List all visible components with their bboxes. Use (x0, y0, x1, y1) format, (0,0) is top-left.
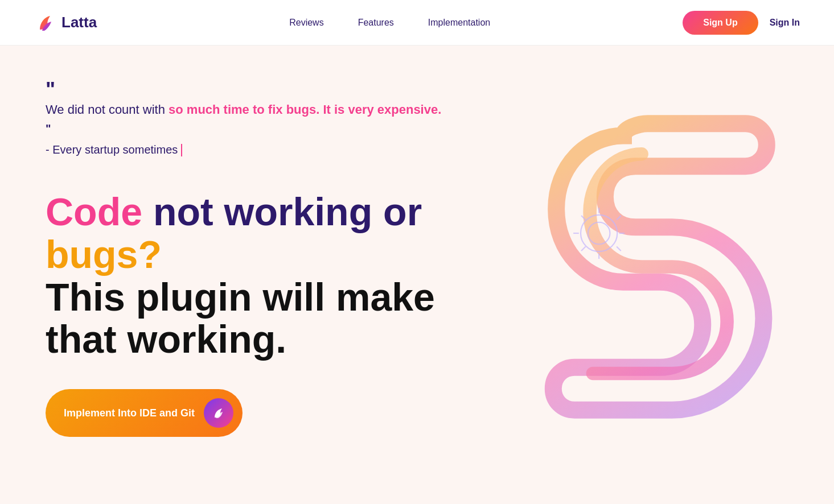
nav-reviews[interactable]: Reviews (289, 18, 323, 28)
quote-text: We did not count with so much time to fi… (46, 100, 444, 138)
logo-text: Latta (61, 14, 97, 31)
attribution-text: - Every startup sometimes (46, 143, 178, 156)
svg-point-0 (581, 215, 617, 251)
headline: Code not working or bugs? This plugin wi… (46, 191, 444, 361)
hero-section: " We did not count with so much time to … (0, 46, 834, 504)
nav-features[interactable]: Features (358, 18, 394, 28)
cta-button-label: Implement Into IDE and Git (64, 407, 195, 419)
hero-bg-illustration (453, 63, 834, 489)
signin-button[interactable]: Sign In (770, 18, 800, 28)
nav-implementation[interactable]: Implementation (428, 18, 490, 28)
headline-not-working: not working (153, 190, 372, 233)
text-cursor (181, 144, 182, 156)
navbar: Latta Reviews Features Implementation Si… (0, 0, 834, 46)
headline-or: or (372, 190, 422, 233)
svg-point-1 (588, 222, 610, 245)
nav-actions: Sign Up Sign In (683, 11, 800, 35)
cta-latta-icon (211, 405, 227, 421)
signup-button[interactable]: Sign Up (683, 11, 758, 35)
headline-line2: This plugin will make that working. (46, 276, 444, 361)
quote-attribution: - Every startup sometimes (46, 143, 444, 156)
headline-bugs: bugs? (46, 233, 162, 276)
svg-line-8 (581, 247, 586, 251)
logo-icon (34, 11, 57, 34)
headline-line1: Code not working or bugs? (46, 191, 444, 276)
svg-line-7 (617, 216, 621, 220)
svg-line-9 (617, 247, 621, 251)
svg-line-6 (581, 216, 586, 220)
cta-button[interactable]: Implement Into IDE and Git (46, 389, 243, 437)
quote-normal-text: We did not count with (46, 102, 169, 117)
quote-highlight-text: so much time to fix bugs. It is very exp… (169, 102, 441, 117)
open-quote-mark: " (46, 78, 55, 101)
close-quote-mark: " (46, 122, 51, 135)
hero-content: " We did not count with so much time to … (46, 80, 444, 437)
cta-button-icon (204, 398, 233, 428)
quote-block: " We did not count with so much time to … (46, 80, 444, 156)
nav-links: Reviews Features Implementation (289, 18, 490, 28)
logo-link[interactable]: Latta (34, 11, 97, 34)
headline-code: Code (46, 190, 153, 233)
